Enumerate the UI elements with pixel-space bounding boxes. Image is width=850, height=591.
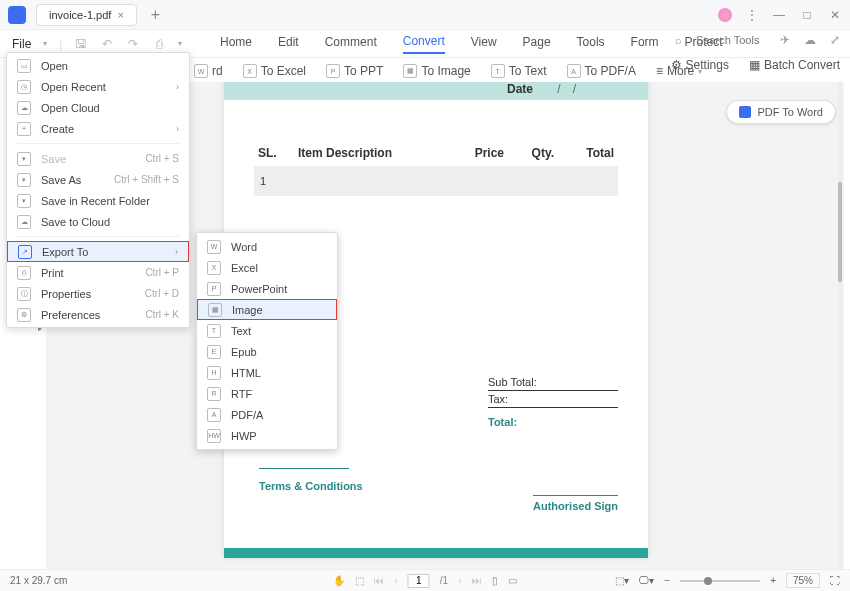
- save-icon[interactable]: 🖫: [74, 37, 88, 51]
- hamburger-icon: ≡: [656, 64, 663, 78]
- vertical-scrollbar[interactable]: [838, 82, 842, 569]
- menu-preferences[interactable]: ⚙PreferencesCtrl + K: [7, 304, 189, 325]
- close-window-button[interactable]: ✕: [828, 8, 842, 22]
- redo-icon[interactable]: ↷: [126, 37, 140, 51]
- file-menu-caret-icon[interactable]: ▾: [43, 39, 47, 48]
- authorised-sign-label: Authorised Sign: [533, 495, 618, 512]
- page-total: /1: [440, 575, 448, 586]
- convert-toolbar-right: ⚙Settings ▦Batch Convert: [671, 58, 840, 72]
- col-header-total: Total: [554, 146, 614, 160]
- menu-open-recent[interactable]: ◷Open Recent›: [7, 76, 189, 97]
- to-text-button[interactable]: TTo Text: [491, 64, 547, 78]
- export-excel[interactable]: XExcel: [197, 257, 337, 278]
- maximize-button[interactable]: □: [800, 8, 814, 22]
- to-ppt-button[interactable]: PTo PPT: [326, 64, 383, 78]
- tab-view[interactable]: View: [471, 35, 497, 53]
- status-bar: 21 x 29.7 cm ✋ ⬚ ⏮ ‹ /1 › ⏭ ▯ ▭ ⬚▾ 🖵▾ − …: [0, 569, 850, 591]
- user-avatar[interactable]: [718, 8, 732, 22]
- titlebar: invoice-1.pdf × + ⋮ — □ ✕: [0, 0, 850, 30]
- menu-properties[interactable]: ⓘPropertiesCtrl + D: [7, 283, 189, 304]
- export-epub[interactable]: EEpub: [197, 341, 337, 362]
- undo-icon[interactable]: ↶: [100, 37, 114, 51]
- zoom-out-button[interactable]: −: [664, 575, 670, 586]
- cloud-icon[interactable]: ☁: [804, 33, 816, 47]
- app-logo: [8, 6, 26, 24]
- settings-button[interactable]: ⚙Settings: [671, 58, 729, 72]
- fit-width-icon[interactable]: ⬚▾: [615, 575, 629, 586]
- file-menu: ▭Open ◷Open Recent› ☁Open Cloud +Create›…: [6, 52, 190, 328]
- export-text[interactable]: TText: [197, 320, 337, 341]
- col-header-desc: Item Description: [298, 146, 434, 160]
- hand-tool-icon[interactable]: ✋: [333, 575, 345, 586]
- menu-save-cloud[interactable]: ☁Save to Cloud: [7, 211, 189, 232]
- export-image[interactable]: ▦Image: [197, 299, 337, 320]
- zoom-in-button[interactable]: +: [770, 575, 776, 586]
- tab-convert[interactable]: Convert: [403, 34, 445, 54]
- col-header-price: Price: [434, 146, 504, 160]
- chevron-right-icon: ›: [175, 247, 178, 257]
- tab-form[interactable]: Form: [631, 35, 659, 53]
- tab-home[interactable]: Home: [220, 35, 252, 53]
- menu-create[interactable]: +Create›: [7, 118, 189, 139]
- menu-dots-icon[interactable]: ⋮: [746, 8, 758, 22]
- expand-icon[interactable]: ⤢: [830, 33, 840, 47]
- screen-mode-icon[interactable]: 🖵▾: [639, 575, 654, 586]
- tab-comment[interactable]: Comment: [325, 35, 377, 53]
- invoice-table: SL. Item Description Price Qty. Total 1: [254, 140, 618, 196]
- export-html[interactable]: HHTML: [197, 362, 337, 383]
- view-mode-1-icon[interactable]: ▯: [492, 575, 498, 586]
- search-tools-input[interactable]: [696, 34, 766, 46]
- to-word-button[interactable]: Wrd: [194, 64, 223, 78]
- view-mode-2-icon[interactable]: ▭: [508, 575, 517, 586]
- export-word[interactable]: WWord: [197, 236, 337, 257]
- next-page-icon[interactable]: ›: [458, 575, 461, 586]
- prev-page-icon[interactable]: ‹: [394, 575, 397, 586]
- menu-open-cloud[interactable]: ☁Open Cloud: [7, 97, 189, 118]
- batch-icon: ▦: [749, 58, 760, 72]
- export-hwp[interactable]: HWHWP: [197, 425, 337, 446]
- window-controls: ⋮ — □ ✕: [718, 8, 842, 22]
- to-image-button[interactable]: ▦To Image: [403, 64, 470, 78]
- tabs-right-icons: ⌕ ✈ ☁ ⤢: [675, 33, 840, 47]
- menu-save-recent[interactable]: ▾Save in Recent Folder: [7, 190, 189, 211]
- pdf-to-word-floating-button[interactable]: PDF To Word: [726, 100, 836, 124]
- to-excel-button[interactable]: XTo Excel: [243, 64, 306, 78]
- tab-tools[interactable]: Tools: [577, 35, 605, 53]
- to-pdfa-button[interactable]: ATo PDF/A: [567, 64, 636, 78]
- status-bar-right: ⬚▾ 🖵▾ − + 75% ⛶: [615, 573, 840, 588]
- summary-block: Sub Total: Tax: Total:: [488, 374, 618, 428]
- new-tab-button[interactable]: +: [151, 6, 160, 24]
- col-header-sl: SL.: [258, 146, 298, 160]
- menu-open[interactable]: ▭Open: [7, 55, 189, 76]
- tab-edit[interactable]: Edit: [278, 35, 299, 53]
- file-menu-button[interactable]: File: [12, 37, 31, 51]
- date-label: Date: [507, 82, 533, 96]
- close-tab-icon[interactable]: ×: [117, 9, 123, 21]
- tab-page[interactable]: Page: [523, 35, 551, 53]
- fullscreen-icon[interactable]: ⛶: [830, 575, 840, 586]
- terms-divider: [259, 468, 349, 469]
- search-icon[interactable]: ⌕: [675, 34, 682, 46]
- doc-header-band: Date //: [224, 82, 648, 100]
- export-powerpoint[interactable]: PPowerPoint: [197, 278, 337, 299]
- menu-print[interactable]: ⎙PrintCtrl + P: [7, 262, 189, 283]
- page-number-input[interactable]: [408, 574, 430, 588]
- menu-save-as[interactable]: ▾Save AsCtrl + Shift + S: [7, 169, 189, 190]
- print-icon[interactable]: ⎙: [152, 37, 166, 51]
- toolbar-caret-icon[interactable]: ▾: [178, 39, 182, 48]
- export-pdfa[interactable]: APDF/A: [197, 404, 337, 425]
- minimize-button[interactable]: —: [772, 8, 786, 22]
- last-page-icon[interactable]: ⏭: [472, 575, 482, 586]
- zoom-level: 75%: [786, 573, 820, 588]
- export-rtf[interactable]: RRTF: [197, 383, 337, 404]
- document-tab[interactable]: invoice-1.pdf ×: [36, 4, 137, 26]
- zoom-slider[interactable]: [680, 580, 760, 582]
- total-label: Total:: [488, 408, 618, 428]
- select-tool-icon[interactable]: ⬚: [355, 575, 364, 586]
- send-icon[interactable]: ✈: [780, 33, 790, 47]
- sub-total-label: Sub Total:: [488, 376, 537, 388]
- menu-export-to[interactable]: ↗Export To›: [7, 241, 189, 262]
- first-page-icon[interactable]: ⏮: [374, 575, 384, 586]
- batch-convert-button[interactable]: ▦Batch Convert: [749, 58, 840, 72]
- main-tabs: Home Edit Comment Convert View Page Tool…: [200, 30, 723, 58]
